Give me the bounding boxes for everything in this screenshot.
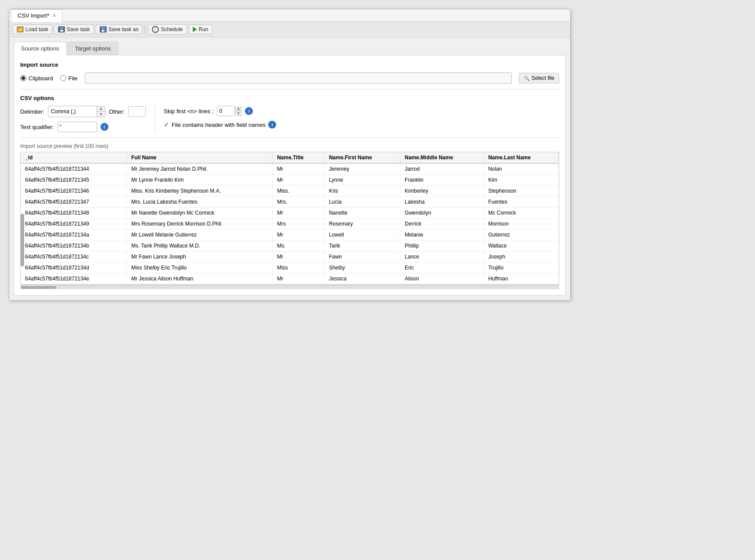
cell-id: 64aff4c57fb4f51d1872134e <box>21 273 126 284</box>
schedule-label: Schedule <box>161 26 183 32</box>
import-source-row: Clipboard File 🔍 Select file <box>20 72 559 84</box>
skip-lines-row: Skip first <n> lines : ▲ ▼ i <box>164 106 276 116</box>
cell-lastname: Kim <box>484 175 559 186</box>
table-header-row: _id Full Name Name.Title Name.First Name… <box>21 152 559 163</box>
window-tab[interactable]: CSV Import* × <box>11 9 62 22</box>
cell-title: Mr <box>273 230 324 241</box>
cell-lastname: Morrison <box>484 219 559 230</box>
cell-middlename: Alison <box>400 273 484 284</box>
cell-middlename: Melanie <box>400 230 484 241</box>
file-radio[interactable] <box>60 75 66 81</box>
delimiter-arrows[interactable]: ▲ ▼ <box>97 106 105 117</box>
cell-middlename: Franklin <box>400 175 484 186</box>
cell-id: 64aff4c57fb4f51d1872134c <box>21 251 126 262</box>
tab-target-options[interactable]: Target options <box>68 42 119 55</box>
search-icon: 🔍 <box>524 75 530 81</box>
schedule-button[interactable]: 🕐 Schedule <box>148 24 187 35</box>
file-label: File <box>68 75 78 82</box>
cell-id: 64aff4c57fb4f51d1872134a <box>21 230 126 241</box>
delimiter-select[interactable]: Comma (,) Semicolon (;) Tab Pipe (|) <box>48 107 97 116</box>
col-header-middlename: Name.Middle Name <box>400 152 484 163</box>
cell-id: 64aff4c57fb4f51d18721349 <box>21 219 126 230</box>
spin-arrows: ▲ ▼ <box>235 107 241 116</box>
cell-middlename: Lance <box>400 251 484 262</box>
skip-lines-spin-wrap: ▲ ▼ <box>217 106 241 116</box>
cell-lastname: Joseph <box>484 251 559 262</box>
save-task-icon: 💾 <box>58 26 65 32</box>
other-delimiter-input[interactable] <box>128 106 146 117</box>
select-file-button[interactable]: 🔍 Select file <box>519 73 559 83</box>
skip-lines-input[interactable] <box>217 106 234 116</box>
toolbar: 📂 Load task 💾 Save task 💾 Save task as 🕐… <box>9 22 570 37</box>
run-button[interactable]: Run <box>189 25 212 34</box>
cell-id: 64aff4c57fb4f51d18721346 <box>21 186 126 197</box>
delimiter-down-arrow[interactable]: ▼ <box>97 111 105 117</box>
window-title: CSV Import* <box>18 12 49 19</box>
cell-lastname: Fuentes <box>484 197 559 208</box>
cell-id: 64aff4c57fb4f51d1872134d <box>21 262 126 273</box>
cell-lastname: Huffman <box>484 273 559 284</box>
save-task-button[interactable]: 💾 Save task <box>54 25 94 34</box>
cell-middlename: Lakesha <box>400 197 484 208</box>
table-row: 64aff4c57fb4f51d18721348 Mr Nanette Gwen… <box>21 208 559 219</box>
table-row: 64aff4c57fb4f51d18721346 Miss. Kris Kimb… <box>21 186 559 197</box>
text-qualifier-info-icon[interactable]: i <box>101 123 108 131</box>
cell-middlename: Phillip <box>400 241 484 251</box>
cell-fullname: Mr Lynne Franklin Kim <box>126 175 272 186</box>
cell-firstname: Lynne <box>324 175 400 186</box>
cell-title: Mr <box>273 175 324 186</box>
cell-middlename: Eric <box>400 262 484 273</box>
cell-fullname: Mr Fawn Lance Joseph <box>126 251 272 262</box>
file-option[interactable]: File <box>60 75 78 82</box>
header-info-icon[interactable]: i <box>268 121 276 129</box>
cell-firstname: Nanette <box>324 208 400 219</box>
cell-firstname: Fawn <box>324 251 400 262</box>
main-window: CSV Import* × 📂 Load task 💾 Save task 💾 … <box>9 9 571 301</box>
table-row: 64aff4c57fb4f51d1872134a Mr Lowell Melan… <box>21 230 559 241</box>
cell-title: Miss <box>273 262 324 273</box>
cell-fullname: Ms. Tarik Phillip Wallace M.D. <box>126 241 272 251</box>
panel-content: Import source Clipboard File 🔍 Select fi… <box>14 55 566 296</box>
cell-firstname: Tarik <box>324 241 400 251</box>
skip-lines-label: Skip first <n> lines : <box>164 108 213 115</box>
clipboard-option[interactable]: Clipboard <box>20 75 53 82</box>
spin-up-arrow[interactable]: ▲ <box>235 107 241 111</box>
cell-fullname: Mrs. Lucia Lakesha Fuentes <box>126 197 272 208</box>
text-qualifier-input[interactable] <box>58 122 97 132</box>
vertical-divider <box>155 106 155 132</box>
skip-lines-info-icon[interactable]: i <box>245 107 253 115</box>
col-header-fullname: Full Name <box>126 152 272 163</box>
select-file-label: Select file <box>532 75 554 81</box>
save-task-as-button[interactable]: 💾 Save task as <box>96 25 143 34</box>
cell-title: Mrs. <box>273 197 324 208</box>
cell-title: Mr <box>273 208 324 219</box>
delimiter-select-wrap[interactable]: Comma (,) Semicolon (;) Tab Pipe (|) ▲ ▼ <box>48 106 105 117</box>
col-header-title: Name.Title <box>273 152 324 163</box>
cell-title: Mrs <box>273 219 324 230</box>
spin-down-arrow[interactable]: ▼ <box>235 111 241 116</box>
tab-source-options[interactable]: Source options <box>14 42 67 55</box>
bottom-scrollbar[interactable] <box>20 285 559 289</box>
scroll-thumb[interactable] <box>21 214 24 266</box>
csv-options-right: Skip first <n> lines : ▲ ▼ i ✓ File con <box>164 106 276 129</box>
bottom-scroll-thumb[interactable] <box>21 286 56 289</box>
cell-firstname: Lucia <box>324 197 400 208</box>
clipboard-label: Clipboard <box>29 75 53 82</box>
cell-title: Mr <box>273 163 324 175</box>
clipboard-radio[interactable] <box>20 75 26 81</box>
cell-firstname: Rosemary <box>324 219 400 230</box>
cell-middlename: Jarrod <box>400 163 484 175</box>
header-checkmark: ✓ <box>164 121 169 128</box>
close-icon[interactable]: × <box>53 13 56 18</box>
file-path-input[interactable] <box>85 72 512 84</box>
import-source-header: Import source <box>20 61 559 68</box>
csv-options-header: CSV options <box>20 95 559 101</box>
table-row: 64aff4c57fb4f51d1872134e Mr Jessica Alis… <box>21 273 559 284</box>
delimiter-up-arrow[interactable]: ▲ <box>97 106 105 111</box>
table-row: 64aff4c57fb4f51d1872134b Ms. Tarik Phill… <box>21 241 559 251</box>
cell-id: 64aff4c57fb4f51d18721347 <box>21 197 126 208</box>
cell-fullname: Mr Jeremey Jarrod Nolan D.Phil. <box>126 163 272 175</box>
load-task-button[interactable]: 📂 Load task <box>13 25 52 34</box>
preview-table-wrap[interactable]: _id Full Name Name.Title Name.First Name… <box>20 152 559 285</box>
col-header-id: _id <box>21 152 126 163</box>
